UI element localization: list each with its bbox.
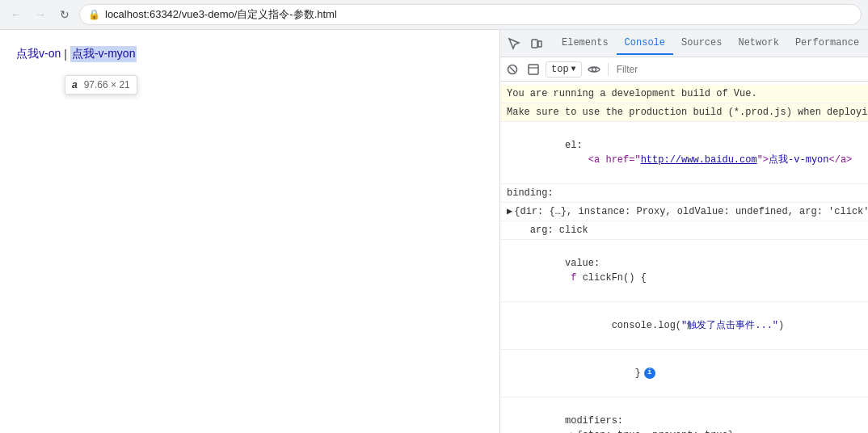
tab-performance[interactable]: Performance xyxy=(787,32,867,55)
inspect-icon[interactable] xyxy=(504,33,525,54)
device-icon[interactable] xyxy=(526,33,547,54)
page-links: 点我v-on | 点我-v-myon xyxy=(16,46,483,62)
console-close-brace: }i xyxy=(500,350,868,397)
main-area: 点我v-on | 点我-v-myon a 97.66 × 21 xyxy=(0,30,868,433)
svg-rect-0 xyxy=(532,40,537,48)
warning-text-1: You are running a development build of V… xyxy=(507,86,757,101)
tab-elements[interactable]: Elements xyxy=(554,32,617,55)
svg-rect-1 xyxy=(538,41,541,47)
el-label: el: xyxy=(565,140,583,151)
console-filter-input[interactable] xyxy=(613,62,868,77)
modifiers-label: modifiers: xyxy=(565,415,623,427)
chevron-down-icon: ▼ xyxy=(571,65,576,74)
tooltip-tag: a xyxy=(72,79,78,90)
el-link-content: 点我-v-myon xyxy=(769,154,828,166)
live-expressions-button[interactable] xyxy=(585,61,603,78)
info-badge: i xyxy=(644,368,655,379)
console-log-text: console.log("触发了点击事件...") xyxy=(612,320,785,331)
devtools-icons xyxy=(504,33,547,54)
console-log-line: console.log("触发了点击事件...") xyxy=(500,302,868,350)
toggle-console-button[interactable] xyxy=(525,61,542,78)
back-button[interactable]: ← xyxy=(6,5,26,24)
console-output: You are running a development build of V… xyxy=(500,82,868,433)
page-content: 点我v-on | 点我-v-myon a 97.66 × 21 xyxy=(0,30,499,433)
console-warning-1: You are running a development build of V… xyxy=(500,85,868,103)
address-bar[interactable]: 🔒 localhost:63342/vue3-demo/自定义指令-参数.htm… xyxy=(79,4,862,25)
link-separator: | xyxy=(64,48,67,61)
console-value-label: value: f clickFn() { xyxy=(500,240,868,302)
link-vmyon[interactable]: 点我-v-myon xyxy=(70,46,137,62)
console-binding-expand: ▶ {dir: {…}, instance: Proxy, oldValue: … xyxy=(500,203,868,221)
binding-expand-text: {dir: {…}, instance: Proxy, oldValue: un… xyxy=(514,204,868,219)
tab-console[interactable]: Console xyxy=(617,32,673,55)
toolbar-divider xyxy=(608,63,609,76)
el-link[interactable]: http://www.baidu.com xyxy=(641,154,757,166)
devtools-tabs: Elements Console Sources Network Perform… xyxy=(500,30,868,57)
binding-label: binding: xyxy=(507,186,554,200)
tab-network[interactable]: Network xyxy=(730,32,786,55)
url-text: localhost:63342/vue3-demo/自定义指令-参数.html xyxy=(105,7,337,22)
value-fn: clickFn() { xyxy=(583,272,647,284)
expand-binding-arrow[interactable]: ▶ xyxy=(507,204,512,219)
forward-button[interactable]: → xyxy=(31,5,50,24)
console-toolbar: top ▼ xyxy=(500,57,868,82)
refresh-button[interactable]: ↻ xyxy=(55,5,74,24)
el-tag-open: <a href=" xyxy=(588,154,641,166)
tab-sources[interactable]: Sources xyxy=(673,32,730,55)
svg-point-6 xyxy=(592,67,596,71)
link-von[interactable]: 点我v-on xyxy=(16,47,61,61)
tooltip-size: 97.66 × 21 xyxy=(84,79,130,90)
element-tooltip: a 97.66 × 21 xyxy=(65,75,137,95)
console-el-line: el: <a href="http://www.baidu.com">点我-v-… xyxy=(500,122,868,184)
lock-icon: 🔒 xyxy=(88,9,100,20)
clear-console-button[interactable] xyxy=(504,61,521,78)
svg-rect-4 xyxy=(529,65,538,74)
context-selector[interactable]: top ▼ xyxy=(546,61,582,78)
svg-line-3 xyxy=(510,67,515,72)
modifiers-value: ▶{stop: true, prevent: true} xyxy=(571,430,734,433)
arg-text: arg: click xyxy=(530,225,588,236)
warning-text-2: Make sure to use the production build (*… xyxy=(507,105,868,120)
console-arg-line: arg: click xyxy=(500,221,868,240)
value-label: value: xyxy=(565,258,600,269)
console-warning-2: Make sure to use the production build (*… xyxy=(500,103,868,122)
nav-bar: ← → ↻ 🔒 localhost:63342/vue3-demo/自定义指令-… xyxy=(0,0,868,29)
browser-chrome: ← → ↻ 🔒 localhost:63342/vue3-demo/自定义指令-… xyxy=(0,0,868,30)
devtools-panel: Elements Console Sources Network Perform… xyxy=(499,30,868,433)
console-binding-label: binding: xyxy=(500,184,868,203)
console-modifiers-line: modifiers: ▶{stop: true, prevent: true} xyxy=(500,397,868,433)
